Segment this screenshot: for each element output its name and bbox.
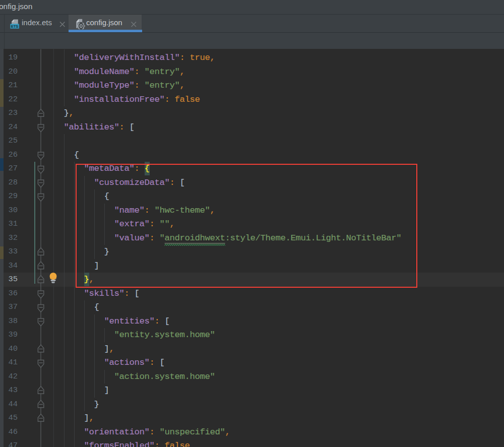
- svg-text:ETS: ETS: [11, 24, 19, 29]
